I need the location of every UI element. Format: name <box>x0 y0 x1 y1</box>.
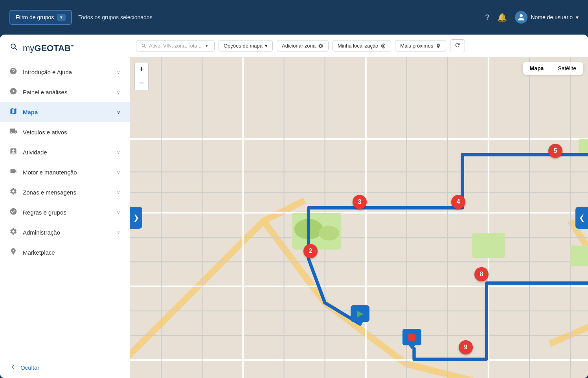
veiculos-icon <box>9 127 17 137</box>
logo-tm: ™ <box>71 44 75 49</box>
username-label: Nome de usuário <box>531 14 573 20</box>
motor-icon <box>9 167 17 177</box>
route-marker-3: 3 <box>353 195 367 209</box>
bell-icon[interactable]: 🔔 <box>497 13 507 22</box>
play-icon: ▶ <box>357 308 364 319</box>
zonas-icon <box>9 187 17 197</box>
map-toolbar: Ativo, VIN, zona, rota... ▾ Opções de ma… <box>130 35 588 57</box>
search-box[interactable]: Ativo, VIN, zona, rota... ▾ <box>136 40 215 51</box>
all-groups-text: Todos os grupos selecionados <box>78 14 152 20</box>
sidebar-item-zonas[interactable]: Zonas e mensagens ∨ <box>0 182 130 202</box>
mapa-icon <box>9 107 17 117</box>
intro-label: Introdução e Ajuda <box>23 69 111 75</box>
nav-items: Introdução e Ajuda ∨ Painel e análises ∨… <box>0 62 130 357</box>
group-filter-button[interactable]: Filtro de grupos ▾ <box>9 10 72 25</box>
top-bar: Filtro de grupos ▾ Todos os grupos selec… <box>0 0 588 35</box>
marketplace-icon <box>9 248 17 257</box>
user-avatar <box>515 11 527 24</box>
main-layout: myGEOTAB™ Introdução e Ajuda ∨ Painel e … <box>0 35 588 378</box>
my-location-button[interactable]: Minha localização <box>333 40 391 51</box>
painel-label: Painel e análises <box>23 89 111 95</box>
user-menu[interactable]: Nome de usuário ▾ <box>515 11 579 24</box>
sidebar-item-intro[interactable]: Introdução e Ajuda ∨ <box>0 62 130 82</box>
intro-icon <box>9 67 17 77</box>
map-area: Ativo, VIN, zona, rota... ▾ Opções de ma… <box>130 35 588 378</box>
svg-rect-26 <box>570 246 588 266</box>
marketplace-label: Marketplace <box>23 249 120 256</box>
mapa-arrow: ∨ <box>117 110 120 115</box>
help-icon[interactable]: ? <box>485 13 489 22</box>
regras-arrow: ∨ <box>117 210 120 215</box>
sidebar: myGEOTAB™ Introdução e Ajuda ∨ Painel e … <box>0 35 130 378</box>
regras-label: Regras e grupos <box>23 209 111 216</box>
play-flag: ▶ <box>351 305 369 322</box>
search-placeholder: Ativo, VIN, zona, rota... <box>149 43 202 49</box>
zoom-controls: + − <box>134 62 149 90</box>
search-arrow: ▾ <box>206 43 208 48</box>
sidebar-logo: myGEOTAB™ <box>0 35 130 62</box>
sidebar-item-admin[interactable]: Administração ∨ <box>0 222 130 242</box>
expand-left-button[interactable]: ❯ <box>130 207 142 229</box>
user-dropdown-arrow: ▾ <box>576 14 579 20</box>
vehicle-play-marker[interactable]: ▶ <box>351 305 369 322</box>
group-filter-arrow: ▾ <box>57 14 66 21</box>
map-view-toggle: Mapa Satélite <box>523 62 584 75</box>
route-marker-2: 2 <box>303 244 318 258</box>
zonas-arrow: ∨ <box>117 190 120 195</box>
map-options-arrow: ▾ <box>265 43 268 49</box>
map-options-label: Opções de mapa <box>224 43 263 49</box>
hide-button[interactable]: Ocultar <box>9 363 120 372</box>
vehicle-stop-marker[interactable] <box>402 329 421 345</box>
route-marker-4: 4 <box>451 195 465 209</box>
stop-flag <box>402 329 421 345</box>
stop-icon <box>408 334 415 341</box>
atividade-icon <box>9 147 17 157</box>
add-zone-label: Adicionar zona <box>282 43 316 49</box>
atividade-arrow: ∨ <box>117 150 120 155</box>
admin-label: Administração <box>23 229 111 236</box>
painel-icon <box>9 87 17 97</box>
refresh-button[interactable] <box>450 39 465 52</box>
sidebar-item-marketplace[interactable]: Marketplace <box>0 242 130 262</box>
intro-arrow: ∨ <box>117 70 120 75</box>
logo-geo: GEOTAB <box>34 43 70 53</box>
sidebar-item-mapa[interactable]: Mapa ∨ <box>0 102 130 122</box>
svg-rect-25 <box>472 233 505 258</box>
sidebar-item-atividade[interactable]: Atividade ∨ <box>0 142 130 162</box>
logo-my: my <box>23 43 34 53</box>
zonas-label: Zonas e mensagens <box>23 189 111 196</box>
satellite-view-button[interactable]: Satélite <box>551 62 583 75</box>
sidebar-item-veiculos[interactable]: Veículos e ativos <box>0 122 130 142</box>
search-icon <box>9 42 19 54</box>
motor-label: Motor e manutenção <box>23 169 111 176</box>
map-background <box>130 57 588 378</box>
svg-rect-28 <box>579 139 588 156</box>
sidebar-footer: Ocultar <box>0 357 130 378</box>
svg-point-24 <box>319 226 339 240</box>
sidebar-item-regras[interactable]: Regras e grupos ∨ <box>0 202 130 222</box>
veiculos-label: Veículos e ativos <box>23 129 120 136</box>
route-marker-5: 5 <box>548 144 562 158</box>
painel-arrow: ∨ <box>117 90 120 95</box>
map-view-button[interactable]: Mapa <box>523 62 551 75</box>
expand-right-button[interactable]: ❮ <box>575 207 588 229</box>
top-bar-right: ? 🔔 Nome de usuário ▾ <box>485 11 579 24</box>
group-filter-label: Filtro de grupos <box>16 14 54 20</box>
admin-arrow: ∨ <box>117 230 120 235</box>
nearest-button[interactable]: Mais próximos <box>395 40 446 51</box>
hide-chevron-icon <box>9 363 17 372</box>
nearest-label: Mais próximos <box>400 43 433 49</box>
motor-arrow: ∨ <box>117 170 120 175</box>
zoom-in-button[interactable]: + <box>134 62 149 76</box>
my-location-label: Minha localização <box>338 43 378 49</box>
add-zone-button[interactable]: Adicionar zona <box>277 40 329 51</box>
zoom-out-button[interactable]: − <box>134 76 149 90</box>
sidebar-item-painel[interactable]: Painel e análises ∨ <box>0 82 130 102</box>
sidebar-item-motor[interactable]: Motor e manutenção ∨ <box>0 162 130 182</box>
route-marker-8: 8 <box>474 267 489 281</box>
mapa-label: Mapa <box>23 109 111 116</box>
logo-text: myGEOTAB™ <box>23 43 75 53</box>
atividade-label: Atividade <box>23 149 111 156</box>
map-canvas[interactable]: + − Mapa Satélite ❯ ❮ 2 3 4 5 6 7 8 9 <box>130 57 588 378</box>
map-options-button[interactable]: Opções de mapa ▾ <box>219 40 273 51</box>
